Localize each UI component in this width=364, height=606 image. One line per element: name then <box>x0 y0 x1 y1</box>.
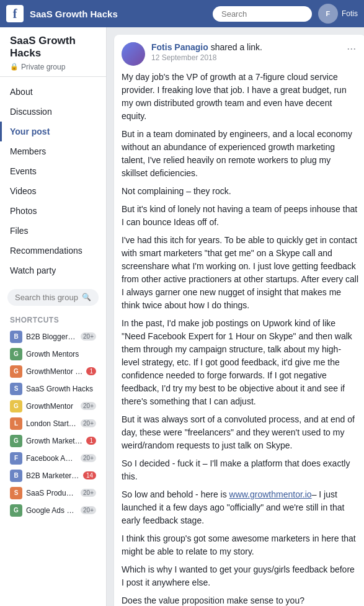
shortcut-icon-facebook-ad: F <box>10 452 22 465</box>
sidebar-item-members[interactable]: Members <box>0 141 106 161</box>
shortcut-badge-saas-products: 20+ <box>81 489 96 497</box>
sidebar-item-your-post[interactable]: Your post <box>0 122 106 141</box>
post-author-line: Fotis Panagio shared a link. <box>151 42 344 52</box>
shortcut-label-google-ads: Google Ads Strat... <box>26 506 77 515</box>
shortcut-label-saas-growth-hacks: SaaS Growth Hacks <box>26 385 96 393</box>
shortcut-growthmentor-me[interactable]: G GrowthMentor Me... 1 <box>10 363 96 380</box>
shortcut-label-london-startups: London Startups <box>26 419 77 428</box>
shortcut-badge-facebook-ad: 20+ <box>81 454 96 462</box>
shortcut-badge-google-ads: 20+ <box>81 506 96 514</box>
top-search-input[interactable] <box>213 6 312 22</box>
top-navigation: f SaaS Growth Hacks F Fotis <box>0 0 364 27</box>
shortcut-label-growthmentor-me: GrowthMentor Me... <box>26 367 82 376</box>
post-paragraph-2: But in a team dominated by engineers, an… <box>122 128 358 180</box>
shortcut-growthmentor[interactable]: G GrowthMentor 20+ <box>10 398 96 415</box>
shortcut-label-facebook-ad: Facebook Ad Ha... <box>26 454 77 463</box>
post-paragraph-4: But it's kind of lonely not having a tea… <box>122 203 358 229</box>
post-paragraph-6: In the past, I'd make job postings on Up… <box>122 317 358 408</box>
shortcut-icon-b2b-marketers: B <box>10 470 22 482</box>
shortcut-badge-count-b2b-marketers: 14 <box>83 471 96 479</box>
post-paragraph-9: So low and behold - here is www.growthme… <box>122 488 358 527</box>
post-action-text: shared a link. <box>211 42 262 52</box>
shortcut-icon-growth-marketing: G <box>10 435 22 447</box>
post-card: Fotis Panagio shared a link. 12 Septembe… <box>114 35 364 606</box>
shortcut-label-growth-marketing: Growth Marketing ... <box>26 437 82 445</box>
sidebar-group-name: SaaS GrowthHacks <box>10 35 96 60</box>
post-paragraph-10: I think this group's got some awesome ma… <box>122 532 358 558</box>
shortcut-icon-saas-growth-hacks: S <box>10 383 22 395</box>
shortcut-icon-b2b-bloggers: B <box>10 331 22 343</box>
shortcut-label-growth-mentors: Growth Mentors <box>26 350 96 359</box>
shortcut-icon-growthmentor: G <box>10 400 22 412</box>
shortcut-london-startups[interactable]: L London Startups 20+ <box>10 415 96 432</box>
sidebar-item-videos[interactable]: Videos <box>0 181 106 201</box>
sidebar-group-header: SaaS GrowthHacks 🔒 Private group <box>0 27 106 77</box>
user-avatar[interactable]: F <box>318 4 338 24</box>
shortcut-icon-london-startups: L <box>10 417 22 430</box>
post-timestamp: 12 September 2018 <box>151 53 344 62</box>
post-paragraph-11: Which is why I wanted to get your guys/g… <box>122 563 358 589</box>
shortcut-label-saas-products: SaaS Products & ... <box>26 489 77 497</box>
post-meta: Fotis Panagio shared a link. 12 Septembe… <box>151 42 344 62</box>
shortcut-label-b2b-marketers: B2B Marketers & F... <box>26 471 79 480</box>
facebook-logo-icon: f <box>6 5 24 22</box>
sidebar-search-box[interactable]: 🔍 <box>7 289 99 306</box>
shortcut-b2b-bloggers[interactable]: B B2B Bloggers Bo... 20+ <box>10 328 96 345</box>
post-body: My day job's the VP of growth at a 7-fig… <box>114 71 364 606</box>
shortcut-growth-mentors[interactable]: G Growth Mentors <box>10 345 96 363</box>
post-paragraph-7: But it was always sort of a convoluted p… <box>122 413 358 452</box>
sidebar-item-discussion[interactable]: Discussion <box>0 102 106 122</box>
sidebar-item-recommendations[interactable]: Recommendations <box>0 241 106 261</box>
shortcut-badge-london-startups: 20+ <box>81 419 96 427</box>
user-name-label: Fotis <box>342 9 358 18</box>
shortcut-icon-saas-products: S <box>10 487 22 499</box>
post-paragraph-3: Not complaining – they rock. <box>122 185 358 198</box>
shortcut-label-growthmentor: GrowthMentor <box>26 402 77 411</box>
shortcut-badge-growthmentor: 20+ <box>81 402 96 410</box>
group-title: SaaS Growth Hacks <box>30 9 213 19</box>
shortcut-facebook-ad[interactable]: F Facebook Ad Ha... 20+ <box>10 450 96 467</box>
shortcut-icon-google-ads: G <box>10 504 22 517</box>
page-layout: SaaS GrowthHacks 🔒 Private group About D… <box>0 27 364 606</box>
shortcut-icon-growthmentor-me: G <box>10 365 22 378</box>
growthmentor-link[interactable]: www.growthmentor.io <box>229 489 312 499</box>
sidebar-item-about[interactable]: About <box>0 82 106 102</box>
sidebar-nav: About Discussion Your post Members Event… <box>0 77 106 285</box>
shortcut-b2b-marketers[interactable]: B B2B Marketers & F... 14 <box>10 467 96 484</box>
main-content: Fotis Panagio shared a link. 12 Septembe… <box>107 27 364 606</box>
search-icon: 🔍 <box>82 293 91 301</box>
sidebar-item-watch-party[interactable]: Watch party <box>0 261 106 280</box>
shortcut-badge-count-growthmentor-me: 1 <box>86 367 96 375</box>
lock-icon: 🔒 <box>10 63 19 71</box>
post-paragraph-8: So I decided - fuck it – I'll make a pla… <box>122 457 358 483</box>
post-paragraph-12: Does the value proposition make sense to… <box>122 594 358 606</box>
private-label: Private group <box>21 63 65 71</box>
shortcut-growth-marketing[interactable]: G Growth Marketing ... 1 <box>10 432 96 450</box>
sidebar-private-badge: 🔒 Private group <box>10 63 96 71</box>
post-author-name[interactable]: Fotis Panagio <box>151 42 208 52</box>
shortcut-label-b2b-bloggers: B2B Bloggers Bo... <box>26 332 77 341</box>
sidebar-item-events[interactable]: Events <box>0 161 106 181</box>
post-author-avatar[interactable] <box>122 42 145 66</box>
post-paragraph-5: I've had this itch for years. To be able… <box>122 234 358 312</box>
shortcut-google-ads[interactable]: G Google Ads Strat... 20+ <box>10 502 96 519</box>
shortcut-saas-products[interactable]: S SaaS Products & ... 20+ <box>10 484 96 502</box>
post-paragraph-1: My day job's the VP of growth at a 7-fig… <box>122 71 358 123</box>
shortcuts-section: Shortcuts B B2B Bloggers Bo... 20+ G Gro… <box>0 312 106 522</box>
sidebar-item-files[interactable]: Files <box>0 221 106 241</box>
shortcut-badge-count-growth-marketing: 1 <box>86 437 96 445</box>
shortcuts-title: Shortcuts <box>10 316 96 324</box>
shortcut-saas-growth-hacks[interactable]: S SaaS Growth Hacks <box>10 380 96 398</box>
sidebar-search-input[interactable] <box>15 293 78 302</box>
sidebar: SaaS GrowthHacks 🔒 Private group About D… <box>0 27 107 606</box>
shortcut-badge-b2b-bloggers: 20+ <box>81 332 96 341</box>
post-header: Fotis Panagio shared a link. 12 Septembe… <box>114 35 364 71</box>
sidebar-item-photos[interactable]: Photos <box>0 201 106 221</box>
shortcut-icon-growth-mentors: G <box>10 348 22 360</box>
post-more-options[interactable]: ··· <box>344 42 358 55</box>
